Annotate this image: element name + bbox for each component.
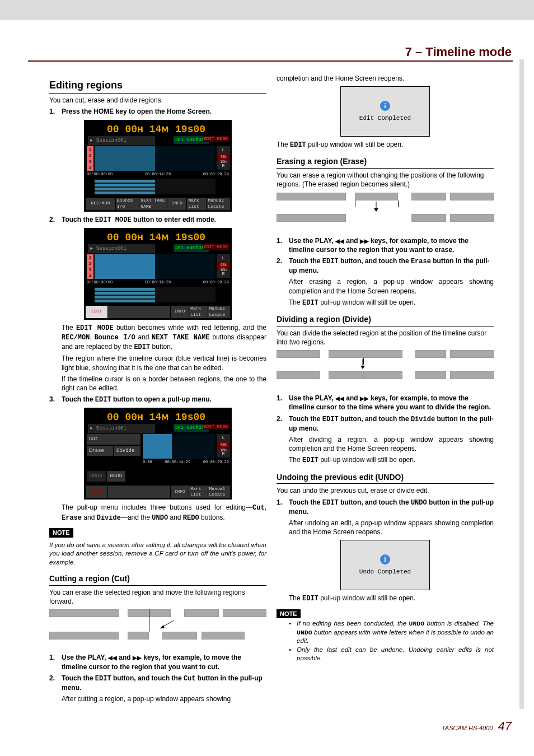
erase-step-1: 1.Use the PLAY, ◀◀ and ▶▶ keys, for exam… [277, 236, 494, 254]
fastforward-icon: ▶▶ [360, 237, 369, 245]
cut-continuation: completion and the Home Screen reopens. [277, 74, 494, 83]
cut-result: After cutting a region, a pop-up window … [62, 694, 266, 703]
info-icon: i [380, 554, 390, 564]
erase-intro: You can erase a region without changing … [277, 171, 494, 189]
erase-tail: The EDIT pull-up window will still be op… [289, 298, 494, 307]
divide-tail: The EDIT pull-up window will still be op… [289, 455, 494, 465]
svg-marker-3 [374, 208, 378, 212]
step2-explain: The EDIT MODE button becomes white with … [62, 323, 266, 352]
cut-diagram [49, 609, 266, 650]
info-icon: i [380, 101, 390, 111]
undo-note-2: Only the last edit can be undone. Undoin… [289, 646, 494, 663]
undo-intro: You can undo the previous cut, erase or … [277, 486, 494, 495]
note-label: NOTE [49, 528, 73, 538]
top-header-bar [0, 0, 534, 20]
divide-diagram [277, 350, 494, 390]
undo-result: After undoing an edit, a pop-up window a… [289, 519, 494, 536]
erase-result: After erasing a region, a pop-up window … [289, 277, 494, 295]
subsection-erase: Erasing a region (Erase) [277, 156, 494, 169]
pullup-explain: The pull-up menu includes three buttons … [62, 503, 266, 522]
divide-result: After dividing a region, a pop-up window… [289, 435, 494, 453]
home-screen-figure: 00 00ʜ 14ᴍ 19s00 ▶ Session001 CF1 000h35… [84, 120, 232, 212]
editing-intro: You can cut, erase and divide regions. [49, 96, 266, 105]
rewind-icon: ◀◀ [108, 654, 117, 662]
step-2: 2.Touch the EDIT MODE button to enter ed… [49, 215, 266, 225]
undo-step-1: 1.Touch the EDIT button, and touch the U… [277, 498, 494, 516]
svg-marker-1 [160, 625, 165, 628]
step-1: 1.Press the HOME key to open the Home Sc… [49, 107, 266, 116]
fastforward-icon: ▶▶ [360, 395, 369, 403]
undo-completed-popup: i Undo Completed [340, 540, 430, 590]
pullup-menu-figure: 00 00ʜ 14ᴍ 19s00 ▶ Session001 CF1 000h35… [84, 408, 232, 500]
erase-step-2: 2.Touch the EDIT button, and touch the E… [277, 256, 494, 275]
step-3: 3.Touch the EDIT button to open a pull-u… [49, 395, 266, 404]
side-tab-bar [519, 59, 524, 709]
chapter-title: 7 – Timeline mode [405, 45, 512, 59]
left-column: Editing regions You can cut, erase and d… [49, 78, 266, 706]
divide-step-1: 1.Use the PLAY, ◀◀ and ▶▶ keys, for exam… [277, 394, 494, 412]
cut-step-1: 1.Use the PLAY, ◀◀ and ▶▶ keys, for exam… [49, 653, 266, 671]
right-column: completion and the Home Screen reopens. … [277, 72, 494, 663]
undo-note-1: If no editing has been conducted, the UN… [289, 619, 494, 646]
fastforward-icon: ▶▶ [133, 654, 142, 662]
cut-intro: You can erase the selected region and mo… [49, 588, 266, 606]
subsection-divide: Dividing a region (Divide) [277, 314, 494, 326]
erase-diagram [277, 193, 494, 233]
note-text: If you do not save a session after editi… [49, 541, 266, 567]
section-editing-regions: Editing regions [49, 78, 266, 94]
subsection-undo: Undoing the previous edit (UNDO) [277, 472, 494, 484]
rewind-icon: ◀◀ [335, 395, 344, 403]
edit-mode-screen-figure: 00 00ʜ 14ᴍ 19s00 ▶ Session001 CF1 000h35… [84, 228, 232, 320]
divide-intro: You can divide the selected region at th… [277, 329, 494, 347]
step2-explain2: The region where the timeline cursor (bl… [62, 354, 266, 372]
cut-step-2: 2.Touch the EDIT button, and touch the C… [49, 674, 266, 692]
svg-marker-5 [360, 366, 365, 369]
undo-tail: The EDIT pull-up window will still be op… [289, 594, 494, 603]
subsection-cut: Cutting a region (Cut) [49, 573, 266, 586]
edit-completed-popup: i Edit Completed [340, 86, 430, 137]
cut-tail: The EDIT pull-up window will still be op… [277, 140, 494, 150]
divide-step-2: 2.Touch the EDIT button, and touch the D… [277, 414, 494, 433]
page-footer: TASCAM HS-4000 47 [442, 719, 512, 734]
rewind-icon: ◀◀ [335, 237, 344, 245]
step2-explain3: If the timeline cursor is on a border be… [62, 375, 266, 393]
undo-note-label: NOTE [277, 609, 301, 619]
